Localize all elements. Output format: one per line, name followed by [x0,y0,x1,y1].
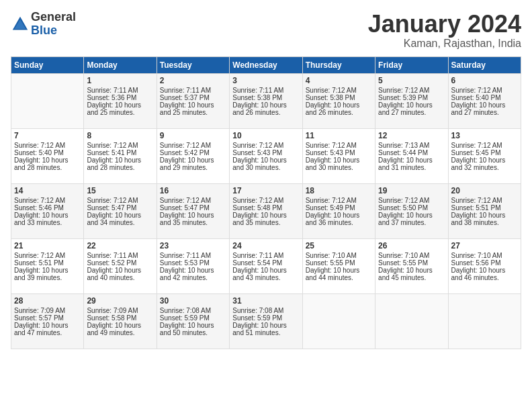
sunset-text: Sunset: 5:59 PM [232,314,282,322]
sunset-text: Sunset: 5:47 PM [160,204,210,212]
calendar-cell: 15Sunrise: 7:12 AMSunset: 5:47 PMDayligh… [84,183,157,238]
week-row-0: 1Sunrise: 7:11 AMSunset: 5:36 PMDaylight… [11,73,521,128]
sunrise-text: Sunrise: 7:12 AM [14,252,65,259]
sunrise-text: Sunrise: 7:12 AM [306,87,357,94]
calendar-header: SundayMondayTuesdayWednesdayThursdayFrid… [11,56,521,73]
sunrise-text: Sunrise: 7:11 AM [87,252,138,259]
sunset-text: Sunset: 5:47 PM [87,204,136,212]
sunset-text: Sunset: 5:39 PM [378,94,428,101]
day-number: 3 [232,76,299,85]
logo-text: General Blue [31,11,76,38]
day-number: 2 [160,76,226,85]
sunset-text: Sunset: 5:53 PM [160,259,210,267]
sunset-text: Sunset: 5:50 PM [378,204,428,212]
calendar-cell: 23Sunrise: 7:11 AMSunset: 5:53 PMDayligh… [157,238,229,293]
day-number: 16 [160,186,226,195]
sunset-text: Sunset: 5:37 PM [160,94,210,101]
title-section: January 2024 Kaman, Rajasthan, India [368,11,521,50]
daylight-text: Daylight: 10 hours and 29 minutes. [160,156,214,171]
sunset-text: Sunset: 5:36 PM [87,94,136,101]
calendar-cell: 5Sunrise: 7:12 AMSunset: 5:39 PMDaylight… [375,73,448,128]
daylight-text: Daylight: 10 hours and 35 minutes. [232,212,287,226]
sunrise-text: Sunrise: 7:12 AM [378,87,429,94]
calendar-cell: 4Sunrise: 7:12 AMSunset: 5:38 PMDaylight… [302,73,375,128]
calendar-cell: 24Sunrise: 7:11 AMSunset: 5:54 PMDayligh… [230,238,302,293]
calendar-cell: 6Sunrise: 7:12 AMSunset: 5:40 PMDaylight… [448,73,521,128]
daylight-text: Daylight: 10 hours and 31 minutes. [378,156,433,171]
daylight-text: Daylight: 10 hours and 36 minutes. [306,212,360,226]
daylight-text: Daylight: 10 hours and 27 minutes. [451,101,506,116]
daylight-text: Daylight: 10 hours and 51 minutes. [232,322,287,336]
daylight-text: Daylight: 10 hours and 28 minutes. [87,156,141,171]
daylight-text: Daylight: 10 hours and 26 minutes. [232,101,287,116]
daylight-text: Daylight: 10 hours and 40 minutes. [87,267,141,281]
day-number: 18 [306,186,372,195]
sunset-text: Sunset: 5:38 PM [232,94,282,101]
day-number: 28 [14,296,81,306]
daylight-text: Daylight: 10 hours and 30 minutes. [306,156,360,171]
calendar-cell [11,73,84,128]
calendar-cell: 13Sunrise: 7:12 AMSunset: 5:45 PMDayligh… [448,128,521,183]
sunrise-text: Sunrise: 7:12 AM [232,142,283,149]
day-number: 25 [306,241,372,250]
sunrise-text: Sunrise: 7:12 AM [14,142,65,149]
calendar-cell: 25Sunrise: 7:10 AMSunset: 5:55 PMDayligh… [302,238,375,293]
header-day-wednesday: Wednesday [230,56,302,73]
sunset-text: Sunset: 5:45 PM [451,149,501,156]
sunrise-text: Sunrise: 7:10 AM [451,252,502,259]
day-number: 14 [14,186,81,195]
logo-blue-text: Blue [31,24,76,38]
sunset-text: Sunset: 5:51 PM [14,259,64,267]
sunrise-text: Sunrise: 7:10 AM [306,252,357,259]
daylight-text: Daylight: 10 hours and 49 minutes. [87,322,141,336]
calendar-cell: 14Sunrise: 7:12 AMSunset: 5:46 PMDayligh… [11,183,84,238]
calendar-cell: 26Sunrise: 7:10 AMSunset: 5:55 PMDayligh… [375,238,448,293]
day-number: 13 [451,131,518,140]
daylight-text: Daylight: 10 hours and 34 minutes. [87,212,141,226]
calendar-cell: 8Sunrise: 7:12 AMSunset: 5:41 PMDaylight… [84,128,157,183]
day-number: 30 [160,296,226,306]
sunrise-text: Sunrise: 7:10 AM [378,252,429,259]
day-number: 31 [232,296,299,306]
sunrise-text: Sunrise: 7:12 AM [451,142,502,149]
calendar-cell [375,293,448,349]
day-number: 19 [378,186,445,195]
daylight-text: Daylight: 10 hours and 43 minutes. [232,267,287,281]
day-number: 22 [87,241,153,250]
sunrise-text: Sunrise: 7:11 AM [232,252,283,259]
daylight-text: Daylight: 10 hours and 37 minutes. [378,212,433,226]
calendar-cell: 11Sunrise: 7:12 AMSunset: 5:43 PMDayligh… [302,128,375,183]
calendar-cell: 1Sunrise: 7:11 AMSunset: 5:36 PMDaylight… [84,73,157,128]
sunrise-text: Sunrise: 7:12 AM [306,142,357,149]
calendar-body: 1Sunrise: 7:11 AMSunset: 5:36 PMDaylight… [11,73,521,349]
sunset-text: Sunset: 5:38 PM [306,94,355,101]
sunset-text: Sunset: 5:57 PM [14,314,64,322]
calendar-cell: 10Sunrise: 7:12 AMSunset: 5:43 PMDayligh… [230,128,302,183]
calendar-cell: 16Sunrise: 7:12 AMSunset: 5:47 PMDayligh… [157,183,229,238]
calendar-cell: 29Sunrise: 7:09 AMSunset: 5:58 PMDayligh… [84,293,157,349]
calendar-cell: 9Sunrise: 7:12 AMSunset: 5:42 PMDaylight… [157,128,229,183]
daylight-text: Daylight: 10 hours and 25 minutes. [87,101,141,116]
sunrise-text: Sunrise: 7:12 AM [87,142,138,149]
day-number: 5 [378,76,445,85]
daylight-text: Daylight: 10 hours and 28 minutes. [14,156,69,171]
day-number: 11 [306,131,372,140]
week-row-2: 14Sunrise: 7:12 AMSunset: 5:46 PMDayligh… [11,183,521,238]
daylight-text: Daylight: 10 hours and 42 minutes. [160,267,214,281]
header: General Blue January 2024 Kaman, Rajasth… [11,11,521,50]
sunset-text: Sunset: 5:52 PM [87,259,136,267]
daylight-text: Daylight: 10 hours and 32 minutes. [451,156,506,171]
sunset-text: Sunset: 5:55 PM [378,259,428,267]
day-number: 26 [378,241,445,250]
sunrise-text: Sunrise: 7:09 AM [87,307,138,314]
calendar-cell: 7Sunrise: 7:12 AMSunset: 5:40 PMDaylight… [11,128,84,183]
page-container: General Blue January 2024 Kaman, Rajasth… [0,0,532,355]
logo: General Blue [11,11,76,38]
daylight-text: Daylight: 10 hours and 46 minutes. [451,267,506,281]
sunrise-text: Sunrise: 7:12 AM [232,197,283,204]
day-number: 29 [87,296,153,306]
sunrise-text: Sunrise: 7:11 AM [160,252,211,259]
week-row-3: 21Sunrise: 7:12 AMSunset: 5:51 PMDayligh… [11,238,521,293]
day-number: 8 [87,131,153,140]
sunset-text: Sunset: 5:58 PM [87,314,136,322]
